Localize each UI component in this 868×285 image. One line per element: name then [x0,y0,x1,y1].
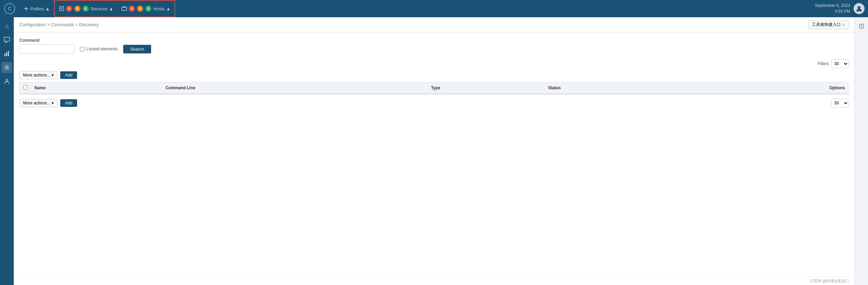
page-content: Command Locked elements Search Filters 3… [14,32,854,277]
command-form-group: Command [19,38,74,54]
actions-left-top: More actions... ▾ Add [19,71,77,79]
col-header-name: Name [31,82,162,94]
hosts-badge-red: 0 [129,6,135,12]
services-badge-orange: 0 [74,6,81,12]
svg-rect-21 [859,24,864,28]
per-page-bottom-group: 30 10 50 100 [831,99,849,108]
sidebar-icon-users[interactable] [1,76,12,87]
sidebar-icon-home[interactable]: ⌂ [1,21,12,32]
svg-point-20 [6,79,8,81]
nav-services[interactable]: 0 0 0 Services ▲ [55,1,118,17]
svg-point-2 [25,8,27,9]
svg-text:C: C [8,6,11,11]
nav-hosts[interactable]: 0 0 0 Hosts ▲ [117,1,174,17]
data-table: Name Command Line Type Status Options [20,82,848,94]
per-page-select-top[interactable]: 30 10 50 100 [831,59,849,68]
svg-rect-17 [6,52,7,56]
more-actions-button-top[interactable]: More actions... ▾ [19,71,57,79]
command-input[interactable] [19,44,74,54]
breadcrumb: Configuration > Commands > Discovery [19,22,99,27]
services-badge-red: 0 [66,6,72,12]
col-header-status: Status [545,82,686,94]
hosts-badge-green: 0 [145,6,151,12]
sidebar-icon-chart[interactable] [1,48,12,59]
page-footer: CSDN @4/5$全真龙门 [14,277,854,285]
data-table-container: Name Command Line Type Status Options [19,82,849,94]
actions-row-bottom: More actions... ▾ Add 30 10 50 100 [19,99,849,108]
actions-left-bottom: More actions... ▾ Add [19,99,77,107]
table-header: Name Command Line Type Status Options [20,82,848,94]
chevron-down-icon: ▾ [52,73,54,78]
main-layout: ⌂ Configuration > Commands [0,17,868,285]
filters-row-top: Filters 30 10 50 100 [19,59,849,68]
select-all-checkbox[interactable] [23,85,28,90]
svg-rect-7 [60,7,64,11]
search-button[interactable]: Search [123,45,151,53]
breadcrumb-bar: Configuration > Commands > Discovery 工具箱… [14,17,854,32]
more-actions-button-bottom[interactable]: More actions... ▾ [19,99,57,107]
add-button-bottom[interactable]: Add [60,99,77,107]
nav-pollers[interactable]: Pollers ▲ [19,0,54,17]
nav-group-highlighted: 0 0 0 Services ▲ 0 0 0 Hosts ▲ [54,0,176,17]
locked-elements-checkbox[interactable] [80,47,84,51]
search-form: Command Locked elements Search [19,38,849,54]
topbar-right: September 6, 2023 4:55 PM [815,3,865,14]
svg-rect-16 [4,53,6,56]
svg-point-14 [858,6,860,9]
per-page-select-bottom[interactable]: 30 10 50 100 [831,99,849,108]
col-header-options: Options [686,82,848,94]
hosts-badge-orange: 0 [137,6,143,12]
col-header-command-line: Command Line [162,82,427,94]
user-avatar[interactable] [854,3,865,14]
topbar-nav: Pollers ▲ 0 0 0 Services ▲ [19,0,815,17]
locked-elements-group: Locked elements [80,47,118,51]
svg-rect-15 [4,37,10,41]
svg-rect-18 [8,51,9,56]
main-content: Configuration > Commands > Discovery 工具箱… [14,17,854,285]
services-badge-green: 0 [83,6,89,12]
command-label: Command [19,38,74,43]
close-icon[interactable]: × [842,22,845,28]
sidebar: ⌂ [0,17,14,285]
col-header-type: Type [427,82,545,94]
right-panel-icon-1[interactable] [856,21,867,32]
topbar: C Pollers ▲ 0 0 0 Services ▲ [0,0,868,17]
right-panel [854,17,868,285]
actions-row-top: More actions... ▾ Add [19,71,849,79]
add-button-top[interactable]: Add [60,71,77,79]
topbar-datetime: September 6, 2023 4:55 PM [815,3,850,14]
logo[interactable]: C [3,2,16,15]
svg-rect-10 [122,7,127,10]
locked-elements-label[interactable]: Locked elements [86,47,118,51]
chevron-down-icon-bottom: ▾ [52,101,54,105]
sidebar-icon-gear[interactable] [1,62,12,73]
svg-point-19 [6,67,8,69]
sidebar-icon-chat[interactable] [1,34,12,45]
quick-access-button[interactable]: 工具箱快捷入口 × [808,20,849,29]
